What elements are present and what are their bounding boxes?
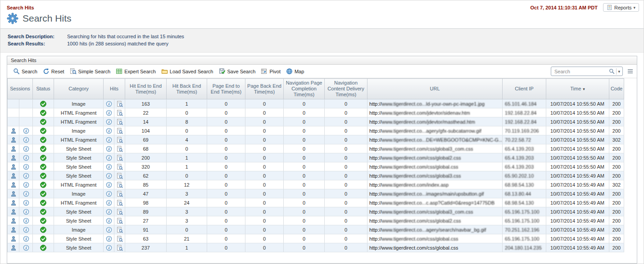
hit-info-cell[interactable]: i	[104, 108, 114, 117]
hit-info-cell[interactable]: i	[104, 225, 114, 234]
session-info-cell[interactable]: i	[19, 153, 33, 162]
hit-info-cell[interactable]: i	[104, 144, 114, 153]
hit-info-cell[interactable]: i	[104, 243, 114, 252]
header-hits[interactable]: Hits	[104, 79, 125, 99]
url-cell[interactable]: http://www.tigerdirect.com/css/global2.c…	[367, 153, 503, 162]
view-hit-cell[interactable]	[114, 180, 125, 189]
view-hit-cell[interactable]	[114, 207, 125, 216]
url-cell[interactable]: http://www.tigerdirect.com/css/global3_c…	[367, 144, 503, 153]
url-cell[interactable]: http://www.tigerdirect.com/css/global.cs…	[367, 162, 503, 171]
url-cell[interactable]: http://www.tigerdirect.com/index.asp	[367, 180, 503, 189]
session-info-cell[interactable]: i	[19, 126, 33, 135]
view-hit-cell[interactable]	[114, 126, 125, 135]
map-button[interactable]: Map	[284, 67, 306, 76]
header-client-ip[interactable]: Client IP	[503, 79, 546, 99]
simple-search-button[interactable]: Simple Search	[68, 67, 113, 76]
pivot-button[interactable]: Pivot	[259, 67, 282, 76]
session-info-cell[interactable]: i	[19, 135, 33, 144]
url-cell[interactable]: http://www.tigerdirect.com/css/global3.c…	[367, 171, 503, 180]
header-hit-back-end[interactable]: Hit Back End Time(ms)	[167, 79, 207, 99]
header-nav-content-delivery[interactable]: Navigation Content Delivery Time(ms)	[325, 79, 367, 99]
session-user-cell[interactable]	[8, 207, 19, 216]
reset-button[interactable]: Reset	[41, 67, 67, 76]
view-hit-cell[interactable]	[114, 171, 125, 180]
session-info-cell[interactable]: i	[19, 234, 33, 243]
session-user-cell[interactable]	[8, 162, 19, 171]
header-url[interactable]: URL	[367, 79, 503, 99]
hit-info-cell[interactable]: i	[104, 234, 114, 243]
url-cell[interactable]: http://www.tigerdirect.co...ld-your-own-…	[367, 99, 503, 108]
session-info-cell[interactable]: i	[19, 162, 33, 171]
expert-search-button[interactable]: Expert Search	[113, 67, 158, 76]
view-hit-cell[interactable]	[114, 153, 125, 162]
url-cell[interactable]: http://www.tigerdirect.co...c.asp?CatId=…	[367, 198, 503, 207]
view-hit-cell[interactable]	[114, 99, 125, 108]
header-hit-end-to-end[interactable]: Hit End to End Time(ms)	[125, 79, 167, 99]
url-cell[interactable]: http://www.tigerdirect.com/jdevtor/siden…	[367, 108, 503, 117]
view-hit-cell[interactable]	[114, 144, 125, 153]
header-sessions[interactable]: Sessions	[8, 79, 33, 99]
session-user-cell[interactable]	[8, 216, 19, 225]
search-button[interactable]: Search	[11, 67, 40, 76]
session-user-cell[interactable]	[8, 135, 19, 144]
hit-info-cell[interactable]: i	[104, 135, 114, 144]
search-icon[interactable]	[609, 68, 615, 74]
url-cell[interactable]: http://www.tigerdirect.co...DE=WEBGOOTO&…	[367, 135, 503, 144]
view-hit-cell[interactable]	[114, 108, 125, 117]
header-page-back-end[interactable]: Page Back End Time(ms)	[245, 79, 284, 99]
breadcrumb[interactable]: Search Hits	[7, 5, 34, 10]
url-cell[interactable]: http://www.tigerdirect.com/css/global.cs…	[367, 234, 503, 243]
session-info-cell[interactable]: i	[19, 207, 33, 216]
session-user-cell[interactable]	[8, 225, 19, 234]
header-time[interactable]: Time▾	[546, 79, 609, 99]
url-cell[interactable]: http://www.tigerdirect.com/css/global2.c…	[367, 216, 503, 225]
session-user-cell[interactable]	[8, 171, 19, 180]
hit-info-cell[interactable]: i	[104, 162, 114, 171]
view-hit-cell[interactable]	[114, 135, 125, 144]
view-hit-cell[interactable]	[114, 216, 125, 225]
save-search-button[interactable]: Save Search	[217, 67, 258, 76]
url-cell[interactable]: http://www.tigerdirect.com/css/global.cs…	[367, 243, 503, 252]
session-info-cell[interactable]: i	[19, 216, 33, 225]
session-user-cell[interactable]	[8, 234, 19, 243]
session-info-cell[interactable]: i	[19, 180, 33, 189]
view-hit-cell[interactable]	[114, 117, 125, 126]
view-hit-cell[interactable]	[114, 243, 125, 252]
session-user-cell[interactable]	[8, 126, 19, 135]
session-user-cell[interactable]	[8, 144, 19, 153]
session-info-cell[interactable]: i	[19, 225, 33, 234]
hit-info-cell[interactable]: i	[104, 216, 114, 225]
url-cell[interactable]: http://www.tigerdirect.co...images/main/…	[367, 189, 503, 198]
load-saved-search-button[interactable]: Load Saved Search	[159, 67, 216, 76]
session-user-cell[interactable]	[8, 243, 19, 252]
session-user-cell[interactable]	[8, 198, 19, 207]
url-cell[interactable]: http://www.tigerdirect.co...agery/gfx-su…	[367, 126, 503, 135]
header-page-end-to-end[interactable]: Page End to End Time(ms)	[207, 79, 245, 99]
session-info-cell[interactable]: i	[19, 243, 33, 252]
session-info-cell[interactable]: i	[19, 144, 33, 153]
table-search-box[interactable]: ▾	[551, 67, 623, 76]
hit-info-cell[interactable]: i	[104, 171, 114, 180]
url-cell[interactable]: http://www.tigerdirect.com/css/global3_c…	[367, 207, 503, 216]
session-info-cell[interactable]: i	[19, 198, 33, 207]
hit-info-cell[interactable]: i	[104, 99, 114, 108]
table-options-icon[interactable]	[627, 68, 633, 74]
session-info-cell[interactable]: i	[19, 189, 33, 198]
hit-info-cell[interactable]: i	[104, 207, 114, 216]
view-hit-cell[interactable]	[114, 198, 125, 207]
url-cell[interactable]: http://www.tigerdirect.com/jdevtor/masth…	[367, 117, 503, 126]
hit-info-cell[interactable]: i	[104, 117, 114, 126]
hit-info-cell[interactable]: i	[104, 126, 114, 135]
header-status[interactable]: Status	[33, 79, 54, 99]
view-hit-cell[interactable]	[114, 234, 125, 243]
header-nav-page-completion[interactable]: Navigation Page Completion Time(ms)	[284, 79, 325, 99]
table-search-input[interactable]	[553, 68, 609, 75]
hit-info-cell[interactable]: i	[104, 189, 114, 198]
session-user-cell[interactable]	[8, 189, 19, 198]
session-info-cell[interactable]: i	[19, 171, 33, 180]
url-cell[interactable]: http://www.tigerdirect.co...agery/search…	[367, 225, 503, 234]
view-hit-cell[interactable]	[114, 225, 125, 234]
hit-info-cell[interactable]: i	[104, 153, 114, 162]
hit-info-cell[interactable]: i	[104, 180, 114, 189]
session-user-cell[interactable]	[8, 153, 19, 162]
